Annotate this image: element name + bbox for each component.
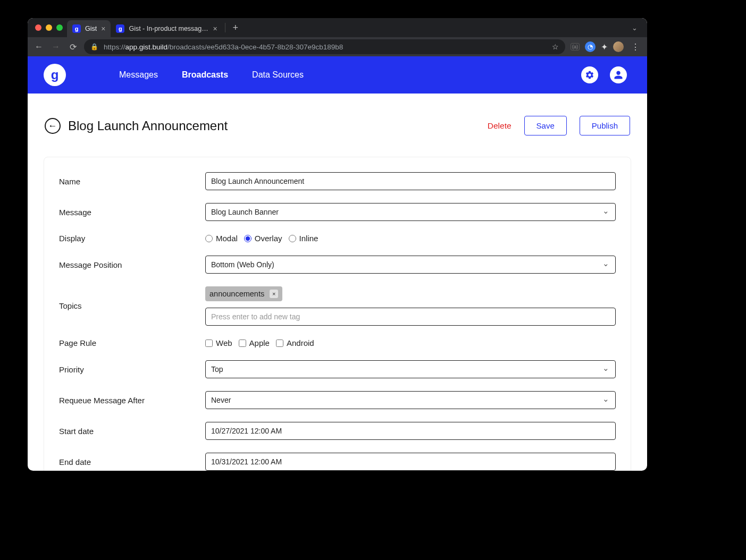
form-card: Name Message Display Modal Overlay Inlin…: [44, 157, 631, 471]
new-tab-button[interactable]: +: [228, 22, 244, 33]
label-message: Message: [59, 208, 205, 217]
account-icon[interactable]: [610, 66, 627, 83]
topic-tag-label: announcements: [209, 290, 264, 298]
save-button[interactable]: Save: [524, 116, 567, 135]
profile-avatar-icon[interactable]: [613, 41, 624, 52]
label-display: Display: [59, 234, 205, 243]
close-icon[interactable]: ×: [213, 25, 217, 32]
browser-address-bar: ← → ⟳ 🔒 https://app.gist.build/broadcast…: [28, 37, 647, 56]
page-rule-apple-checkbox[interactable]: [239, 340, 246, 347]
app-header: g Messages Broadcasts Data Sources: [28, 56, 647, 94]
label-name: Name: [59, 177, 205, 186]
label-topics: Topics: [59, 286, 205, 310]
browser-menu-icon[interactable]: ⋮: [629, 42, 642, 52]
url-text: https://app.gist.build/broadcasts/ee5d63…: [104, 43, 343, 51]
delete-button[interactable]: Delete: [488, 121, 512, 131]
tab-separator: [225, 23, 225, 32]
label-start-date: Start date: [59, 427, 205, 436]
window-min-dot[interactable]: [46, 24, 52, 31]
label-priority: Priority: [59, 365, 205, 374]
window-max-dot[interactable]: [56, 24, 63, 31]
extension-a-icon[interactable]: (a): [571, 43, 580, 50]
display-inline-radio[interactable]: [289, 235, 296, 242]
extension-b-icon[interactable]: ◔: [585, 41, 596, 52]
page-rule-android-label: Android: [287, 338, 314, 347]
page-rule-group: Web Apple Android: [205, 338, 616, 347]
remove-tag-icon[interactable]: ×: [270, 290, 278, 298]
publish-button[interactable]: Publish: [580, 116, 630, 135]
page-head: ← Blog Launch Announcement Delete Save P…: [44, 116, 631, 135]
browser-tab-0[interactable]: g Gist ×: [67, 20, 111, 37]
label-requeue: Requeue Message After: [59, 396, 205, 405]
url-host: app.gist.build: [125, 43, 168, 51]
window-close-dot[interactable]: [35, 24, 41, 31]
favicon-icon: g: [116, 24, 124, 33]
url-input[interactable]: 🔒 https://app.gist.build/broadcasts/ee5d…: [84, 39, 565, 54]
tab-title: Gist: [85, 25, 97, 32]
page-rule-web-label: Web: [216, 338, 232, 347]
page-rule-apple-label: Apple: [249, 338, 270, 347]
page-rule-android-checkbox[interactable]: [276, 340, 283, 347]
position-select[interactable]: [205, 256, 616, 274]
lock-icon: 🔒: [90, 43, 98, 50]
label-position: Message Position: [59, 260, 205, 269]
close-icon[interactable]: ×: [101, 25, 105, 32]
nav-messages[interactable]: Messages: [119, 70, 158, 80]
end-date-input[interactable]: [205, 453, 616, 471]
label-end-date: End date: [59, 457, 205, 466]
url-path: /broadcasts/ee5d633a-0ece-4b57-8b28-307e…: [167, 43, 343, 51]
tab-title: Gist - In-product messaging fo: [129, 25, 208, 32]
start-date-input[interactable]: [205, 422, 616, 440]
forward-icon[interactable]: →: [50, 41, 62, 53]
back-button[interactable]: ←: [45, 118, 61, 134]
bookmark-star-icon[interactable]: ☆: [552, 43, 559, 51]
favicon-icon: g: [72, 24, 81, 33]
app-nav: Messages Broadcasts Data Sources: [119, 70, 304, 80]
topic-tag: announcements ×: [205, 286, 282, 301]
tabs-dropdown-icon[interactable]: ⌄: [632, 24, 643, 32]
display-modal-label: Modal: [216, 234, 238, 243]
reload-icon[interactable]: ⟳: [67, 41, 79, 53]
browser-tab-1[interactable]: g Gist - In-product messaging fo ×: [111, 20, 222, 37]
settings-icon[interactable]: [581, 66, 598, 83]
browser-tab-bar: g Gist × g Gist - In-product messaging f…: [28, 18, 647, 37]
name-input[interactable]: [205, 172, 616, 190]
back-icon[interactable]: ←: [33, 41, 45, 53]
display-overlay-label: Overlay: [255, 234, 282, 243]
message-select[interactable]: [205, 203, 616, 221]
topics-input[interactable]: [205, 308, 616, 326]
page-content: ← Blog Launch Announcement Delete Save P…: [28, 94, 647, 471]
extensions-icon[interactable]: ✦: [601, 42, 608, 52]
display-modal-radio[interactable]: [205, 235, 213, 242]
url-prefix: https://: [104, 43, 125, 51]
display-inline-label: Inline: [299, 234, 318, 243]
label-page-rule: Page Rule: [59, 338, 205, 347]
logo-icon[interactable]: g: [44, 64, 66, 86]
display-radio-group: Modal Overlay Inline: [205, 234, 616, 243]
window-controls: [32, 24, 67, 31]
requeue-select[interactable]: [205, 391, 616, 409]
page-title: Blog Launch Announcement: [68, 118, 228, 133]
page-rule-web-checkbox[interactable]: [205, 340, 213, 347]
display-overlay-radio[interactable]: [244, 235, 252, 242]
nav-broadcasts[interactable]: Broadcasts: [182, 70, 228, 80]
page-actions: Delete Save Publish: [488, 116, 630, 135]
priority-select[interactable]: [205, 360, 616, 378]
nav-data-sources[interactable]: Data Sources: [252, 70, 304, 80]
